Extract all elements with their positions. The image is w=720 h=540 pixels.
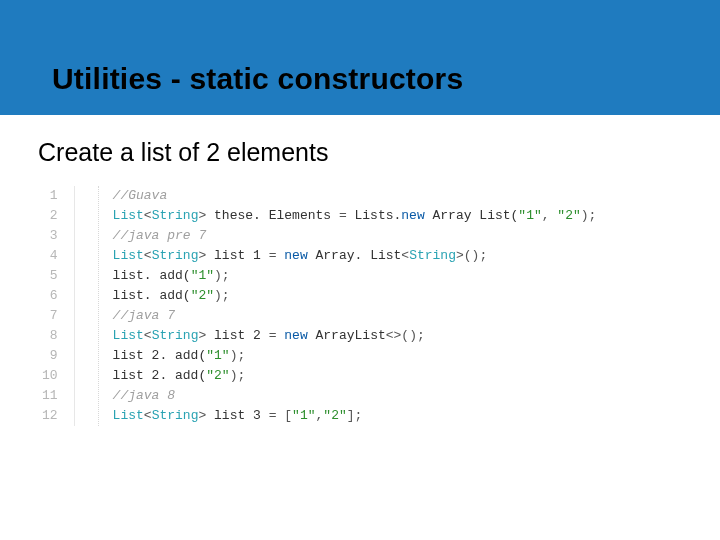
code-token: ); xyxy=(214,268,230,283)
code-line: List<String> list 2 = new ArrayList<>(); xyxy=(113,326,597,346)
code-token: = xyxy=(269,328,277,343)
code-token: String xyxy=(152,328,199,343)
code-token: (); xyxy=(464,248,487,263)
code-token: "1" xyxy=(292,408,315,423)
code-token: < xyxy=(144,208,152,223)
line-number-gutter: 123456789101112 xyxy=(38,186,75,426)
code-line: List<String> list 3 = ["1","2"]; xyxy=(113,406,597,426)
line-number: 2 xyxy=(38,206,62,226)
code-token: Array. List xyxy=(308,248,402,263)
line-number: 5 xyxy=(38,266,62,286)
code-token: < xyxy=(144,328,152,343)
code-line: List<String> these. Elements = Lists.new… xyxy=(113,206,597,226)
code-token: < xyxy=(144,408,152,423)
code-line: list. add("1"); xyxy=(113,266,597,286)
line-number: 6 xyxy=(38,286,62,306)
code-line: //java 7 xyxy=(113,306,597,326)
code-token: [ xyxy=(277,408,293,423)
fold-column xyxy=(75,186,99,426)
code-token: "2" xyxy=(323,408,346,423)
code-token: Lists. xyxy=(347,208,402,223)
slide: Utilities - static constructors Create a… xyxy=(0,0,720,540)
code-token: String xyxy=(152,208,199,223)
code-token: , xyxy=(542,208,558,223)
code-token: List xyxy=(113,328,144,343)
code-token: //java pre 7 xyxy=(113,228,207,243)
code-token: "1" xyxy=(206,348,229,363)
line-number: 7 xyxy=(38,306,62,326)
code-token: = xyxy=(339,208,347,223)
code-block: 123456789101112 //GuavaList<String> thes… xyxy=(38,186,596,426)
header-bar: Utilities - static constructors xyxy=(0,0,720,115)
code-token: ); xyxy=(230,368,246,383)
code-token: //Guava xyxy=(113,188,168,203)
code-token: String xyxy=(152,408,199,423)
code-area: //GuavaList<String> these. Elements = Li… xyxy=(99,186,597,426)
code-token: list. add( xyxy=(113,288,191,303)
code-token: Array List( xyxy=(425,208,519,223)
code-token: List xyxy=(113,208,144,223)
line-number: 1 xyxy=(38,186,62,206)
code-token: ); xyxy=(581,208,597,223)
line-number: 4 xyxy=(38,246,62,266)
code-token: > xyxy=(456,248,464,263)
line-number: 10 xyxy=(38,366,62,386)
code-token: = xyxy=(269,248,277,263)
code-token: "1" xyxy=(518,208,541,223)
code-token: String xyxy=(409,248,456,263)
slide-title: Utilities - static constructors xyxy=(52,62,700,96)
code-token: list 1 xyxy=(206,248,268,263)
code-token: "2" xyxy=(206,368,229,383)
code-token: List xyxy=(113,248,144,263)
code-line: list 2. add("1"); xyxy=(113,346,597,366)
line-number: 11 xyxy=(38,386,62,406)
code-token: "2" xyxy=(557,208,580,223)
code-line: List<String> list 1 = new Array. List<St… xyxy=(113,246,597,266)
code-token: <> xyxy=(386,328,402,343)
code-token: ArrayList xyxy=(308,328,386,343)
code-token: list 2. add( xyxy=(113,348,207,363)
line-number: 8 xyxy=(38,326,62,346)
line-number: 9 xyxy=(38,346,62,366)
code-token: "1" xyxy=(191,268,214,283)
code-token: "2" xyxy=(191,288,214,303)
code-token: < xyxy=(144,248,152,263)
code-line: //java pre 7 xyxy=(113,226,597,246)
line-number: 3 xyxy=(38,226,62,246)
line-number: 12 xyxy=(38,406,62,426)
code-token: new xyxy=(284,328,307,343)
code-token: = xyxy=(269,408,277,423)
code-token: list 2. add( xyxy=(113,368,207,383)
code-token: < xyxy=(401,248,409,263)
code-line: list 2. add("2"); xyxy=(113,366,597,386)
code-token: list 3 xyxy=(206,408,268,423)
code-line: //Guava xyxy=(113,186,597,206)
slide-subhead: Create a list of 2 elements xyxy=(38,138,328,167)
code-line: //java 8 xyxy=(113,386,597,406)
code-token: list 2 xyxy=(206,328,268,343)
code-token: //java 7 xyxy=(113,308,175,323)
code-token: String xyxy=(152,248,199,263)
code-token: List xyxy=(113,408,144,423)
code-token: these. Elements xyxy=(206,208,339,223)
code-token: new xyxy=(401,208,424,223)
code-line: list. add("2"); xyxy=(113,286,597,306)
code-token: ); xyxy=(230,348,246,363)
code-token: //java 8 xyxy=(113,388,175,403)
code-token: (); xyxy=(401,328,424,343)
code-token: new xyxy=(284,248,307,263)
code-token: ]; xyxy=(347,408,363,423)
code-token: list. add( xyxy=(113,268,191,283)
code-token: ); xyxy=(214,288,230,303)
